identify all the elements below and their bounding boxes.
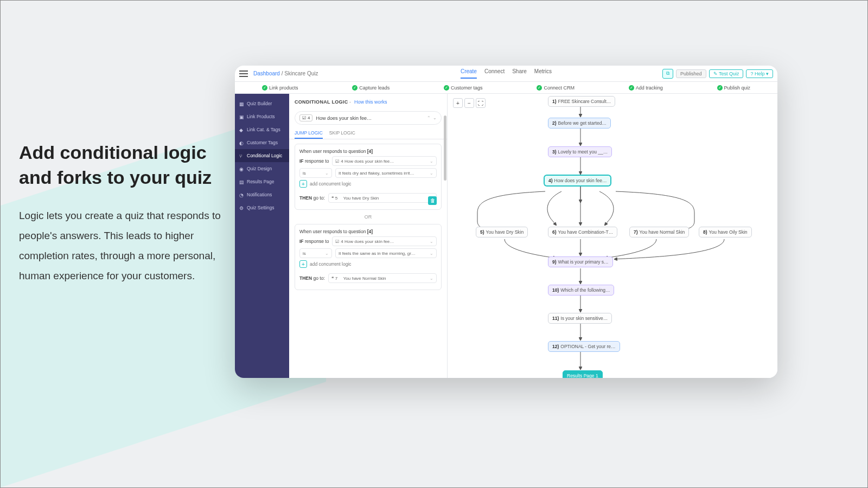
drop-icon: ◉ [239,166,244,171]
if-question-select[interactable]: ☑ 4 How does your skin fee…⌄ [332,156,437,166]
sidebar-item-link-products[interactable]: ▣Link Products [235,110,289,123]
node-5[interactable]: 5)You have Dry Skin [476,227,528,237]
node-6[interactable]: 6)You have Combination-T… [548,227,617,237]
panel-title: CONDITIONAL LOGIC [295,99,348,105]
progress-steps: ✓Link products ✓Capture leads ✓Customer … [235,82,777,94]
copy-icon[interactable]: ⧉ [662,69,673,79]
panel-header: CONDITIONAL LOGIC · How this works [289,94,447,108]
tab-skip-logic[interactable]: SKIP LOGIC [329,130,355,139]
node-2[interactable]: 2)Before we get started… [548,118,611,129]
sidebar-item-notifications[interactable]: ◔Notifications [235,188,289,201]
grid-icon: ▦ [239,101,244,106]
how-this-works-link[interactable]: How this works [354,99,387,105]
breadcrumb: Dashboard / Skincare Quiz [253,70,318,76]
add-concurrent-logic[interactable]: + add concurrent logic [299,260,437,268]
check-icon: ✓ [537,85,542,91]
node-4[interactable]: 4)How does your skin fee… [544,175,611,186]
rule-card-1: When user responds to question [4] IF re… [295,144,442,210]
chevron-down-icon: ⌄ [325,171,329,176]
tab-connect[interactable]: Connect [484,68,505,79]
then-goto-select-1[interactable]: ❝ 5 You have Dry Skin⌄ [328,193,437,203]
delete-rule-button[interactable]: 🗑 [428,196,437,205]
hero-title: Add conditional logic and forks to your … [19,140,236,190]
chevron-down-icon: ⌄ [325,251,329,256]
logic-tabs: JUMP LOGIC SKIP LOGIC [289,128,447,139]
check-icon: ✓ [629,85,634,91]
menu-icon[interactable] [239,70,248,77]
sidebar-item-quiz-builder[interactable]: ▦Quiz Builder [235,97,289,110]
chevron-down-icon: ⌄ [430,171,433,176]
node-3[interactable]: 3)Lovely to meet you __… [548,146,612,157]
node-1[interactable]: 1)FREE Skincare Consult… [548,96,615,107]
chevron-down-icon: ⌄ [430,239,433,244]
question-badge: ☑ 4 [299,114,312,121]
node-10[interactable]: 10)Which of the following… [548,285,614,296]
hero-title-line1: Add conditional logic [19,142,207,163]
sidebar-item-quiz-settings[interactable]: ⚙Quiz Settings [235,201,289,214]
rule-when: When user responds to question [4] [299,149,437,154]
check-icon: ✓ [352,85,358,91]
sidebar-item-conditional-logic[interactable]: ⑂Conditional Logic [235,149,289,162]
or-separator: OR [289,214,447,220]
add-concurrent-logic[interactable]: + add concurrent logic [299,180,437,188]
help-button[interactable]: ? Help ▾ [746,69,773,78]
step-connect-crm[interactable]: ✓Connect CRM [537,85,575,91]
operator-select[interactable]: is⌄ [299,248,332,258]
tab-share[interactable]: Share [512,68,527,79]
top-nav: Create Connect Share Metrics [461,68,552,79]
node-12[interactable]: 12)OPTIONAL - Get your re… [548,341,620,352]
node-results[interactable]: Results Page 1 [563,370,603,378]
flow-nodes: 1)FREE Skincare Consult… 2)Before we get… [448,94,777,378]
step-customer-tags[interactable]: ✓Customer tags [444,85,483,91]
expand-arrows[interactable]: ⌃⌄ [427,115,437,120]
tag-icon: ◆ [239,127,244,132]
hero-body: Logic lets you create a quiz that respon… [19,206,236,286]
step-capture-leads[interactable]: ✓Capture leads [352,85,390,91]
check-icon: ✓ [444,85,449,91]
gear-icon: ⚙ [239,206,244,210]
chevron-up-icon: ⌃ [427,115,431,120]
chevron-down-icon: ⌄ [430,251,433,256]
step-publish-quiz[interactable]: ✓Publish quiz [717,85,751,91]
check-icon: ✓ [717,85,723,91]
if-question-select[interactable]: ☑ 4 How does your skin fee…⌄ [332,236,437,246]
bell-icon: ◔ [239,192,244,197]
sidebar-item-customer-tags[interactable]: ◐Customer Tags [235,136,289,149]
fork-icon: ⑂ [239,153,244,158]
tab-jump-logic[interactable]: JUMP LOGIC [295,130,323,139]
question-selector[interactable]: ☑ 4 How does your skin fee… ⌃⌄ [295,111,442,125]
question-text: How does your skin fee… [316,115,372,121]
tab-create[interactable]: Create [461,68,477,79]
step-add-tracking[interactable]: ✓Add tracking [629,85,663,91]
node-7[interactable]: 7)You have Normal Skin [629,227,689,237]
logic-panel: CONDITIONAL LOGIC · How this works ☑ 4 H… [289,94,448,378]
rule-card-2: When user responds to question [4] IF re… [295,224,442,290]
user-icon: ◐ [239,140,244,145]
rule-when: When user responds to question [4] [299,229,437,234]
topbar-actions: ⧉ Published ✎ Test Quiz ? Help ▾ [662,69,773,79]
bag-icon: ▣ [239,114,244,119]
sidebar-item-link-cat-tags[interactable]: ◆Link Cat. & Tags [235,123,289,136]
node-9[interactable]: 9)What is your primary s… [548,256,613,267]
sidebar-item-quiz-design[interactable]: ◉Quiz Design [235,162,289,175]
app-body: ▦Quiz Builder ▣Link Products ◆Link Cat. … [235,94,777,378]
test-quiz-button[interactable]: ✎ Test Quiz [709,69,744,78]
response-select-1[interactable]: It feels dry and flakey, sometimes irrit… [335,168,437,178]
plus-icon: + [299,260,307,268]
sidebar-item-results-page[interactable]: ▤Results Page [235,175,289,188]
cart-icon: ▤ [239,179,244,184]
hero-copy: Add conditional logic and forks to your … [19,140,236,286]
scrollbar-thumb[interactable] [444,115,446,181]
node-11[interactable]: 11)Is your skin sensitive… [548,313,612,324]
sidebar: ▦Quiz Builder ▣Link Products ◆Link Cat. … [235,94,289,378]
tab-metrics[interactable]: Metrics [534,68,552,79]
operator-select[interactable]: is⌄ [299,168,332,178]
published-badge: Published [676,69,706,78]
step-link-products[interactable]: ✓Link products [262,85,298,91]
flow-canvas[interactable]: + − ⛶ [448,94,777,378]
response-select-2[interactable]: It feels the same as in the morning, gr…… [335,248,437,258]
check-icon: ✓ [262,85,267,91]
node-8[interactable]: 8)You have Oily Skin [699,227,752,237]
then-goto-select-2[interactable]: ❝ 7 You have Normal Skin⌄ [328,273,437,283]
breadcrumb-dashboard[interactable]: Dashboard [253,70,280,76]
